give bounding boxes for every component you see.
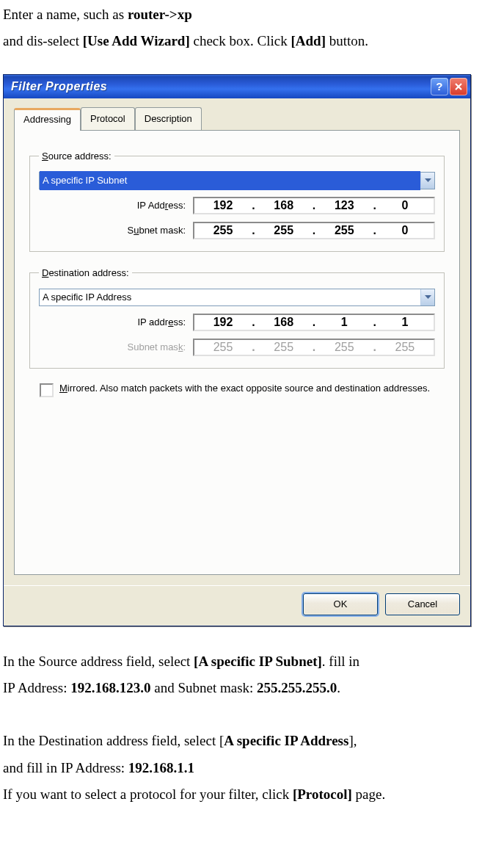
destination-address-group: Destination address: A specific IP Addre… (29, 265, 445, 369)
filter-properties-screenshot: Filter Properties ? Addressing Protocol … (3, 74, 471, 626)
filter-properties-dialog: Filter Properties ? Addressing Protocol … (3, 74, 471, 626)
destination-mask-label: Subnet mask: (39, 339, 193, 355)
tab-strip: Addressing Protocol Description (14, 107, 460, 130)
destination-mask-row: Subnet mask: 255. 255. 255. 255 (39, 339, 435, 356)
chevron-down-icon (420, 289, 434, 305)
source-ip-input[interactable]: 192. 168. 123. 0 (193, 197, 435, 214)
mirrored-row: Mirrored. Also match packets with the ex… (40, 382, 434, 397)
doc-line-1: Enter a name, such as router->xp (3, 3, 504, 26)
destination-select-value: A specific IP Address (40, 288, 420, 307)
mirrored-label: Mirrored. Also match packets with the ex… (59, 382, 430, 395)
chevron-down-icon (420, 173, 434, 189)
destination-ip-input[interactable]: 192. 168. 1. 1 (193, 314, 435, 331)
doc-post-3: In the Destination address field, select… (3, 729, 504, 753)
dialog-body: Addressing Protocol Description Source a… (4, 98, 470, 585)
close-icon[interactable] (450, 78, 467, 95)
destination-mask-input: 255. 255. 255. 255 (193, 339, 435, 356)
tab-protocol[interactable]: Protocol (81, 107, 135, 130)
source-select-value: A specific IP Subnet (40, 171, 420, 190)
button-bar: OK Cancel (4, 585, 470, 626)
doc-post-5: If you want to select a protocol for you… (3, 783, 504, 806)
destination-ip-row: IP address: 192. 168. 1. 1 (39, 314, 435, 331)
ok-button[interactable]: OK (303, 593, 378, 615)
source-mask-row: Subnet mask: 255. 255. 255. 0 (39, 222, 435, 239)
destination-legend: Destination address: (39, 265, 132, 281)
tab-description[interactable]: Description (135, 107, 202, 130)
doc-post-4: and fill in IP Address: 192.168.1.1 (3, 756, 504, 780)
cancel-button[interactable]: Cancel (385, 593, 460, 615)
doc-post-1: In the Source address field, select [A s… (3, 650, 504, 673)
source-ip-label: IP Address: (39, 198, 193, 214)
source-address-type-select[interactable]: A specific IP Subnet (39, 172, 435, 189)
source-ip-row: IP Address: 192. 168. 123. 0 (39, 197, 435, 214)
addressing-pane: Source address: A specific IP Subnet IP … (14, 130, 460, 575)
doc-line-2: and dis-select [Use Add Wizard] check bo… (3, 29, 504, 53)
tab-addressing[interactable]: Addressing (14, 108, 81, 131)
source-mask-label: Subnet mask: (39, 222, 193, 239)
destination-address-type-select[interactable]: A specific IP Address (39, 289, 435, 306)
mirrored-checkbox[interactable] (40, 383, 54, 397)
titlebar[interactable]: Filter Properties ? (4, 75, 470, 98)
window-title: Filter Properties (11, 76, 429, 96)
doc-post-2: IP Address: 192.168.123.0 and Subnet mas… (3, 676, 504, 700)
destination-ip-label: IP address: (39, 314, 193, 330)
help-icon[interactable]: ? (431, 78, 448, 95)
source-address-group: Source address: A specific IP Subnet IP … (29, 148, 445, 252)
source-legend: Source address: (39, 148, 114, 164)
source-mask-input[interactable]: 255. 255. 255. 0 (193, 222, 435, 239)
